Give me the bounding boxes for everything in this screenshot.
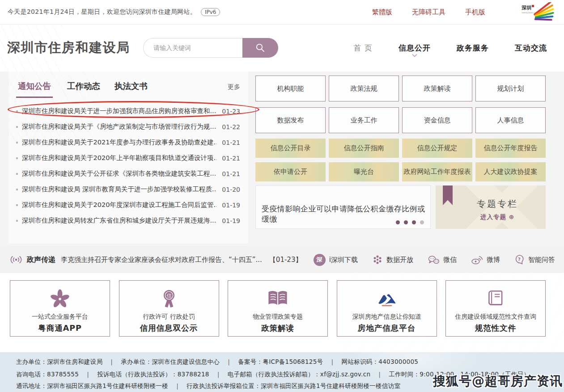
card-subtitle: 住房建设领域规范性文件查询 — [446, 313, 545, 321]
carousel-dot[interactable] — [396, 220, 400, 224]
tab-enforcement-docs[interactable]: 执法文书 — [114, 80, 148, 97]
ishenzhen-download-link[interactable]: 深 i深圳下载 — [314, 254, 358, 266]
search-button[interactable] — [242, 38, 278, 58]
svg-text:?: ? — [518, 257, 521, 262]
card-credit-disclosure[interactable]: 信 行政许可 行政处罚 信用信息双公示 — [119, 280, 219, 337]
card-yueshangtong-app[interactable]: 一站式企业服务平台 粤商通APP — [10, 280, 110, 337]
news-item-title: 深圳市住房和建设局转发广东省住房和城乡建设厅关于开展违规海... — [22, 216, 216, 225]
btn-personnel-info[interactable]: 人事信息 — [475, 107, 546, 133]
quick-links: 深 i深圳下载 数据开放 — [314, 254, 555, 266]
weibo-icon — [471, 255, 483, 265]
broadcast-icon — [10, 256, 22, 264]
news-item-date: 01-19 — [222, 202, 240, 209]
quick-link-label: 智能问答 — [528, 256, 555, 264]
news-item[interactable]: 深圳市住房和建设局关于2020年度深圳市建设工程施工合同后监管... 01-19 — [9, 197, 248, 213]
tab-work-updates[interactable]: 工作动态 — [67, 80, 100, 97]
wechat-icon — [428, 255, 440, 265]
gov-voice-headline[interactable]: 李克强主持召开专家企业家座谈会征求对政府工作报告、“十四五”... — [61, 256, 262, 264]
site-header: 深圳市住房和建设局 首 页 信息公开 政务服务 互动交流 — [0, 25, 564, 72]
special-topics-title: 专题专栏 — [449, 198, 546, 210]
btn-annual-report[interactable]: 信息公开年度报告 — [475, 139, 546, 158]
news-item[interactable]: 深圳市住房和建设局 深圳市教育局关于进一步加强学校装修工程质... 01-20 — [9, 181, 248, 197]
wechat-link[interactable]: 微信 — [428, 255, 457, 265]
btn-disclosure-catalog[interactable]: 信息公开目录 — [255, 139, 326, 158]
tab-notices[interactable]: 通知公告 — [16, 80, 53, 98]
bullet-icon — [16, 110, 18, 112]
open-data-link[interactable]: 数据开放 — [372, 255, 413, 265]
btn-data-release[interactable]: 数据发布 — [255, 107, 326, 133]
top-utility-bar: 今天是2021年1月24日，星期日，欢迎您访问深圳市住建局网站。 IPv6 繁體… — [0, 0, 564, 25]
ishenzhen-icon: 深 — [314, 254, 326, 266]
search-input[interactable] — [143, 38, 242, 58]
news-tabs: 通知公告 工作动态 执法文书 更多 — [9, 72, 248, 98]
nav-info-disclosure-label: 信息公开 — [399, 43, 431, 52]
shenzhen-city-logo: 深圳 SHENZHEN·CHINA — [521, 2, 558, 22]
card-title: 粤商通APP — [10, 323, 110, 333]
news-item[interactable]: 深圳市住房和建设局关于公开征求《深圳市各类物业建筑安装工程... 01-21 — [9, 166, 248, 181]
medal-icon: 信 — [158, 288, 180, 310]
news-item-date: 01-19 — [222, 217, 240, 224]
nav-interaction[interactable]: 互动交流 — [515, 43, 547, 53]
gov-voice-band: 政声传递 李克强主持召开专家企业家座谈会征求对政府工作报告、“十四五”... 【… — [0, 246, 564, 273]
disclosure-button-grid: 信息公开目录 信息公开指南 信息公开规定 信息公开年度报告 依申请公开 曝光台 … — [255, 139, 546, 181]
news-item-title: 深圳市住房和建设局关于2020年度深圳市建设工程施工合同后监管... — [22, 201, 216, 209]
quick-link-label: 微信 — [443, 256, 457, 264]
smart-qa-link[interactable]: ? 智能问答 — [514, 254, 555, 265]
btn-exposure-platform[interactable]: 曝光台 — [329, 162, 399, 181]
bullet-icon — [16, 204, 18, 206]
btn-disclosure-rules[interactable]: 信息公开规定 — [402, 139, 472, 158]
news-item-date: 01-20 — [222, 186, 240, 193]
special-topics-card[interactable]: 专题专栏 进入专题 ⊕ — [436, 185, 546, 229]
nav-info-disclosure[interactable]: 信息公开 — [399, 43, 431, 53]
btn-org-functions[interactable]: 机构职能 — [255, 76, 326, 101]
btn-business-work[interactable]: 业务工作 — [329, 107, 399, 133]
news-item[interactable]: 深圳市住房和建设局关于《房地产政策制定与市场管理行政行为规... 01-22 — [9, 119, 248, 135]
main-nav: 首 页 信息公开 政务服务 互动交流 — [354, 25, 547, 72]
news-item[interactable]: 深圳市住房和建设局关于2021年度参与办理行政事务及协助查处建... 01-21 — [9, 135, 248, 150]
ipv6-badge[interactable]: IPv6 — [201, 8, 221, 16]
btn-disclosure-guide[interactable]: 信息公开指南 — [329, 139, 399, 158]
bullet-icon — [16, 157, 18, 159]
btn-npc-cppcc-proposals[interactable]: 人大建议政协提案 — [475, 162, 546, 181]
bullet-icon — [16, 189, 18, 190]
card-subtitle: 行政许可 行政处罚 — [119, 313, 219, 321]
nav-gov-services[interactable]: 政务服务 — [457, 43, 489, 53]
chevron-down-icon — [411, 54, 418, 57]
main-region: 通知公告 工作动态 执法文书 更多 深圳市住房和建设局关于进一步加强我市商品住房… — [0, 72, 564, 273]
bullet-icon — [16, 173, 18, 175]
btn-funds-info[interactable]: 资金信息 — [402, 107, 472, 133]
news-item[interactable]: 深圳市住房和建设局关于进一步加强我市商品住房购房资格审查和... 01-23 — [9, 103, 248, 119]
quick-link-label: i深圳下载 — [329, 256, 358, 264]
news-item-date: 01-21 — [222, 155, 240, 162]
enter-topics-link[interactable]: 进入专题 ⊕ — [449, 213, 546, 221]
gov-voice-label: 政声传递 — [27, 255, 55, 265]
search-icon — [255, 42, 266, 53]
more-link[interactable]: 更多 — [228, 83, 240, 91]
traditional-chinese-link[interactable]: 繁體版 — [372, 8, 392, 17]
carousel-dot[interactable] — [412, 220, 416, 224]
news-item-title: 深圳市住房和建设局关于进一步加强我市商品住房购房资格审查和... — [22, 107, 216, 115]
announcement-carousel[interactable]: 受疫情影响企业可以申请降低公积金缴存比例或缓缴 — [255, 185, 431, 229]
carousel-dot[interactable] — [420, 220, 424, 224]
news-item[interactable]: 深圳市住房和建设局关于2020年上半年勘察项目和轨道交通设计项... 01-21 — [9, 150, 248, 166]
btn-disclosure-request[interactable]: 依申请公开 — [255, 162, 326, 181]
weibo-link[interactable]: 微博 — [471, 255, 500, 265]
btn-policy-reading[interactable]: 政策解读 — [402, 76, 472, 101]
circle-plus-icon: ⊕ — [509, 213, 514, 220]
news-item[interactable]: 深圳市住房和建设局转发广东省住房和城乡建设厅关于开展违规海... 01-19 — [9, 213, 248, 228]
enter-topics-label: 进入专题 — [480, 213, 506, 220]
news-item-date: 01-22 — [222, 123, 240, 131]
btn-policies-laws[interactable]: 政策法规 — [329, 76, 399, 101]
card-policy-reading[interactable]: 物业管理政策专题 政策解读 — [228, 280, 328, 337]
footer-line-3: 通讯地址：深圳市福田区振兴路1号住建科研楼附楼一楼 ｜ 行政执法投诉举报箱位置：… — [16, 382, 400, 390]
mobile-version-link[interactable]: 手机版 — [465, 8, 485, 17]
carousel-dot[interactable] — [404, 220, 408, 224]
book-icon — [485, 289, 506, 309]
smart-qa-icon: ? — [514, 254, 525, 265]
accessibility-tools-link[interactable]: 无障碍工具 — [412, 8, 445, 17]
btn-website-annual-form[interactable]: 政府网站工作年度报表 — [402, 162, 472, 181]
bullet-icon — [16, 142, 18, 143]
btn-planning[interactable]: 规划计划 — [475, 76, 546, 101]
nav-home[interactable]: 首 页 — [354, 43, 373, 53]
bullet-icon — [16, 126, 18, 128]
